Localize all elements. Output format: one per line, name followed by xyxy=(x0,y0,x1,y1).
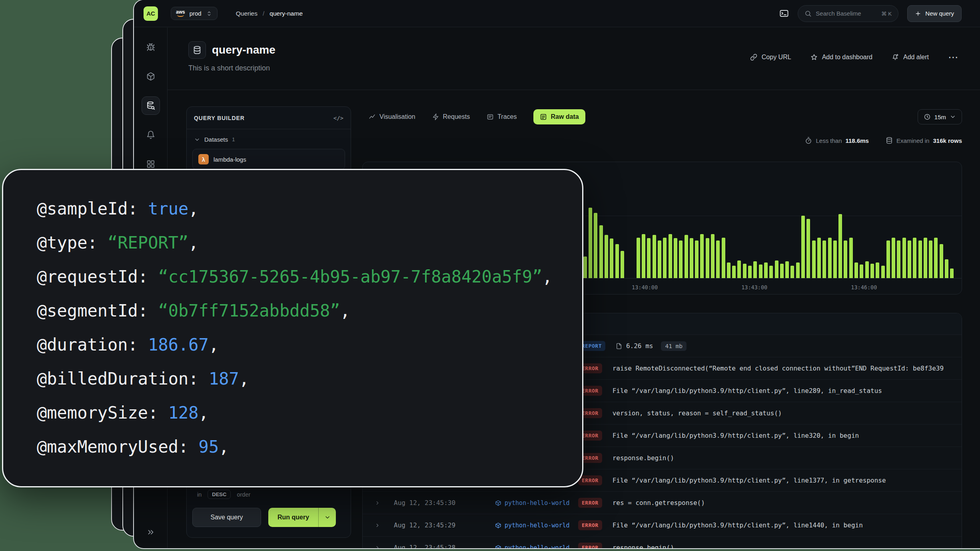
chart-bar[interactable] xyxy=(589,208,592,278)
code-view-toggle[interactable]: </> xyxy=(333,115,343,121)
chart-bar[interactable] xyxy=(722,238,725,278)
chevron-right-icon[interactable] xyxy=(375,500,394,506)
chart-bar[interactable] xyxy=(583,256,587,278)
service-badge[interactable]: python-hello-world xyxy=(495,522,578,529)
chart-bar[interactable] xyxy=(950,268,954,278)
chart-bar[interactable] xyxy=(924,238,927,278)
chart-bar[interactable] xyxy=(727,262,731,278)
chart-bar[interactable] xyxy=(594,213,597,278)
log-row[interactable]: Aug 12, 23:45:28python-hello-worldERRORr… xyxy=(363,537,962,549)
chart-bar[interactable] xyxy=(775,260,778,278)
chart-bar[interactable] xyxy=(780,264,784,278)
chart-bar[interactable] xyxy=(737,260,741,278)
chart-bar[interactable] xyxy=(605,235,608,278)
chart-bar[interactable] xyxy=(801,216,805,278)
chart-bar[interactable] xyxy=(817,238,821,278)
chart-bar[interactable] xyxy=(743,264,746,278)
chart-bar[interactable] xyxy=(711,234,715,278)
chart-bar[interactable] xyxy=(685,235,688,278)
chart-bar[interactable] xyxy=(806,219,810,278)
chart-bar[interactable] xyxy=(663,238,667,278)
service-badge[interactable]: python-hello-world xyxy=(495,499,578,507)
add-alert-button[interactable]: Add alert xyxy=(892,54,929,61)
chart-bar[interactable] xyxy=(785,261,789,278)
chart-bar[interactable] xyxy=(599,225,603,278)
chart-bar[interactable] xyxy=(679,240,683,278)
sidebar-item-alerts[interactable] xyxy=(142,126,160,144)
chevron-right-icon[interactable] xyxy=(375,545,394,549)
sidebar-expand-button[interactable] xyxy=(142,524,160,540)
chart-bar[interactable] xyxy=(940,244,943,278)
chart-bar[interactable] xyxy=(929,240,932,278)
chart-bar[interactable] xyxy=(854,262,858,278)
chart-bar[interactable] xyxy=(876,262,879,278)
chart-bar[interactable] xyxy=(844,240,847,278)
chart-bar[interactable] xyxy=(637,238,640,278)
tab-traces[interactable]: Traces xyxy=(487,113,517,120)
chart-bar[interactable] xyxy=(706,238,709,278)
command-palette-icon[interactable] xyxy=(779,9,789,18)
chart-bar[interactable] xyxy=(658,240,661,278)
chart-bar[interactable] xyxy=(695,240,699,278)
log-row[interactable]: Aug 12, 23:45:30python-hello-worldERRORr… xyxy=(363,492,962,514)
chart-bar[interactable] xyxy=(822,240,826,278)
chart-bar[interactable] xyxy=(892,238,895,278)
chart-bar[interactable] xyxy=(764,262,768,278)
chart-bar[interactable] xyxy=(881,266,885,278)
chart-bar[interactable] xyxy=(870,264,874,278)
chart-bar[interactable] xyxy=(732,266,736,278)
chart-bar[interactable] xyxy=(700,234,704,278)
chart-bar[interactable] xyxy=(828,238,832,278)
chart-bar[interactable] xyxy=(690,238,693,278)
sort-direction-select[interactable]: DESC xyxy=(208,490,231,499)
tab-requests[interactable]: Requests xyxy=(432,113,470,120)
chart-bar[interactable] xyxy=(615,244,619,278)
tab-raw-data[interactable]: Raw data xyxy=(533,109,585,124)
chart-bar[interactable] xyxy=(642,234,645,278)
copy-url-button[interactable]: Copy URL xyxy=(750,54,791,61)
chart-bar[interactable] xyxy=(838,214,842,278)
chart-bar[interactable] xyxy=(918,240,922,278)
chart-bar[interactable] xyxy=(769,266,773,278)
sidebar-item-queries[interactable] xyxy=(142,96,160,115)
time-range-selector[interactable]: 15m xyxy=(918,109,962,124)
service-badge[interactable]: python-hello-world xyxy=(495,544,578,549)
environment-selector[interactable]: aws prod xyxy=(171,7,218,20)
chart-bar[interactable] xyxy=(621,251,624,278)
chart-bar[interactable] xyxy=(790,266,794,278)
chart-bar[interactable] xyxy=(753,261,757,278)
sidebar-item-debug[interactable] xyxy=(142,38,160,56)
breadcrumb-section[interactable]: Queries xyxy=(236,10,257,17)
chart-bar[interactable] xyxy=(647,238,651,278)
chart-bar[interactable] xyxy=(897,240,900,278)
add-to-dashboard-button[interactable]: Add to dashboard xyxy=(810,54,872,61)
chart-bar[interactable] xyxy=(716,240,720,278)
chart-bar[interactable] xyxy=(796,262,800,278)
chart-bar[interactable] xyxy=(748,266,752,278)
chart-bar[interactable] xyxy=(913,238,916,278)
search-input[interactable]: Search Baselime ⌘ K xyxy=(798,5,898,22)
chart-bar[interactable] xyxy=(610,238,613,278)
chart-bar[interactable] xyxy=(833,240,837,278)
user-avatar[interactable]: AC xyxy=(144,6,158,21)
more-options-button[interactable]: ⋯ xyxy=(948,53,959,61)
dataset-item-lambda-logs[interactable]: λ lambda-logs xyxy=(192,149,345,170)
run-query-dropdown[interactable] xyxy=(318,508,336,527)
chevron-right-icon[interactable] xyxy=(375,523,394,528)
datasets-section-toggle[interactable]: Datasets 1 xyxy=(187,129,351,147)
new-query-button[interactable]: New query xyxy=(907,5,962,22)
chart-bar[interactable] xyxy=(886,240,890,278)
chart-bar[interactable] xyxy=(945,259,948,278)
sidebar-item-resources[interactable] xyxy=(142,67,160,86)
tab-visualisation[interactable]: Visualisation xyxy=(369,113,415,120)
chart-bar[interactable] xyxy=(812,240,816,278)
chart-bar[interactable] xyxy=(759,264,762,278)
chart-bar[interactable] xyxy=(902,238,906,278)
chart-bar[interactable] xyxy=(908,240,911,278)
run-query-button[interactable]: Run query xyxy=(268,508,318,527)
log-row[interactable]: Aug 12, 23:45:29python-hello-worldERRORF… xyxy=(363,514,962,537)
save-query-button[interactable]: Save query xyxy=(192,508,261,527)
chart-bar[interactable] xyxy=(669,234,672,278)
chart-bar[interactable] xyxy=(865,261,869,278)
chart-bar[interactable] xyxy=(674,238,677,278)
